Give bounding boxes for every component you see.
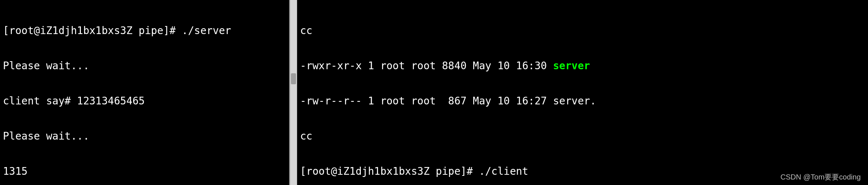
scrollbar-thumb[interactable] [291, 73, 296, 84]
terminal-left-server[interactable]: [root@iZ1djh1bx1bxs3Z pipe]# ./server Pl… [0, 0, 290, 185]
csdn-watermark: CSDN @Tom要要coding [781, 171, 861, 183]
executable-name: server [553, 60, 590, 72]
output-line: Please wait... [3, 60, 286, 72]
ls-line-servercc-cont: cc [300, 130, 865, 142]
output-line: client say# 12313465465 [3, 95, 286, 107]
ls-line-server: -rwxr-xr-x 1 root root 8840 May 10 16:30… [300, 60, 865, 72]
ls-line-servercc: -rw-r--r-- 1 root root 867 May 10 16:27 … [300, 95, 865, 107]
ls-line-fragment: cc [300, 25, 865, 37]
shell-prompt-line: [root@iZ1djh1bx1bxs3Z pipe]# ./server [3, 25, 286, 37]
scrollbar-vertical[interactable] [290, 0, 297, 185]
output-line: 1315 [3, 166, 286, 177]
terminal-right-client[interactable]: cc -rwxr-xr-x 1 root root 8840 May 10 16… [297, 0, 868, 185]
split-terminal-container: [root@iZ1djh1bx1bxs3Z pipe]# ./server Pl… [0, 0, 868, 185]
output-line: Please wait... [3, 130, 286, 142]
